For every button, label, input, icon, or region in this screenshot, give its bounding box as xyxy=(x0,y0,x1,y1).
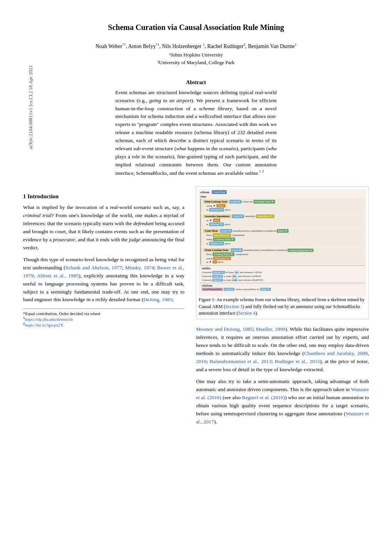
section4-link[interactable]: Section 4 xyxy=(238,310,256,316)
page-title: Schema Curation via Causal Association R… xyxy=(23,23,369,32)
right-para-2: One may also try to take a semi-automati… xyxy=(196,378,369,426)
right-para-1: Mooney and DeJong, 1985; Mueller, 1999).… xyxy=(196,325,369,374)
abstract-title: Abstract xyxy=(115,80,277,86)
right-column: schema Cook Meal steps Find Cooking Tool… xyxy=(196,186,369,430)
figure-caption: Figure 1: An example schema from our sch… xyxy=(199,297,366,317)
intro-title: 1 Introduction xyxy=(23,193,184,200)
footnote-equal: *Equal contribution. Order decided via w… xyxy=(23,311,184,316)
footnote-1: 1https://nlp.jhu.edu/demos/sb xyxy=(23,316,184,322)
footnote-section: *Equal contribution. Order decided via w… xyxy=(23,309,184,327)
affiliation1: ¹Johns Hopkins University xyxy=(23,52,369,58)
authors: Noah Weber*1, Anton Belyy*1, Nils Holzen… xyxy=(23,43,369,50)
intro-para-1: What is implied by the invocation of a r… xyxy=(23,204,184,252)
footnote-2: 2https://bit.ly/3gwpx2X xyxy=(23,322,184,327)
intro-para-2: Though this type of scenario-level knowl… xyxy=(23,256,184,304)
abstract-text: Event schemas are structured knowledge s… xyxy=(115,89,277,177)
arxiv-label: arXiv:2104.08811v1 [cs.CL] 18 Apr 2021 xyxy=(28,65,34,149)
left-column: 1 Introduction What is implied by the in… xyxy=(23,186,184,430)
section3-link[interactable]: Section 3 xyxy=(225,304,243,309)
schema-diagram: schema Cook Meal steps Find Cooking Tool… xyxy=(199,189,366,297)
affiliation2: ²University of Maryland, College Park xyxy=(23,60,369,66)
figure-1: schema Cook Meal steps Find Cooking Tool… xyxy=(196,186,369,319)
